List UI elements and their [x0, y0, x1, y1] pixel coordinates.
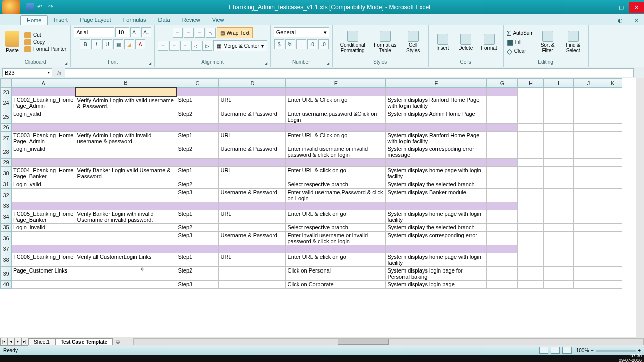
- cell[interactable]: [12, 158, 75, 166]
- clear-button[interactable]: ◇Clear: [507, 47, 534, 55]
- maximize-button[interactable]: ▢: [614, 2, 629, 13]
- decrease-indent-button[interactable]: ◁: [191, 41, 201, 51]
- cell[interactable]: [603, 253, 622, 266]
- cell[interactable]: [544, 180, 574, 188]
- italic-button[interactable]: I: [91, 39, 101, 49]
- cell[interactable]: [544, 266, 574, 280]
- cell[interactable]: System displays home page with login fac…: [386, 166, 487, 180]
- cell[interactable]: System displays corresponding error: [386, 231, 487, 245]
- new-sheet-button[interactable]: ◒: [113, 339, 123, 344]
- row-header[interactable]: 39: [1, 266, 12, 280]
- cell[interactable]: [487, 231, 518, 245]
- cell[interactable]: [544, 188, 574, 202]
- ribbon-minimize-icon[interactable]: —: [626, 17, 631, 24]
- row-header[interactable]: 35: [1, 223, 12, 231]
- shrink-font-button[interactable]: A↓: [141, 27, 151, 37]
- column-header[interactable]: C: [176, 79, 219, 88]
- cell[interactable]: [75, 266, 176, 280]
- cell[interactable]: [12, 88, 75, 96]
- merge-center-button[interactable]: ▦Merge & Center▾: [213, 40, 267, 51]
- cell[interactable]: [518, 210, 544, 223]
- cell[interactable]: [574, 245, 603, 253]
- cell[interactable]: [603, 210, 622, 223]
- cell[interactable]: [518, 88, 544, 96]
- cell[interactable]: [544, 158, 574, 166]
- column-header[interactable]: K: [603, 79, 622, 88]
- cell[interactable]: Verify Admin Login with valid username &…: [75, 96, 176, 110]
- align-middle-button[interactable]: ≡: [184, 28, 194, 38]
- cell[interactable]: Username & Password: [219, 231, 286, 245]
- cell[interactable]: Step2: [176, 223, 219, 231]
- cell[interactable]: [487, 158, 518, 166]
- cell[interactable]: [544, 131, 574, 145]
- cell[interactable]: Enter invalid username or invalid passwo…: [286, 231, 386, 245]
- cell[interactable]: [544, 231, 574, 245]
- tab-page-layout[interactable]: Page Layout: [74, 15, 117, 25]
- page-layout-view-button[interactable]: [551, 347, 560, 354]
- cell[interactable]: [574, 96, 603, 110]
- cell[interactable]: [574, 266, 603, 280]
- fx-icon[interactable]: fx: [54, 70, 65, 76]
- cell[interactable]: Login_valid: [12, 180, 75, 188]
- cell[interactable]: [176, 123, 219, 131]
- cell[interactable]: [487, 110, 518, 123]
- cell[interactable]: [12, 280, 75, 288]
- cell[interactable]: [544, 245, 574, 253]
- cell[interactable]: [219, 123, 286, 131]
- cell[interactable]: [75, 158, 176, 166]
- cell[interactable]: Step2: [176, 110, 219, 123]
- cell[interactable]: Username & Password: [219, 110, 286, 123]
- cell[interactable]: Step2: [176, 145, 219, 158]
- row-header[interactable]: 37: [1, 245, 12, 253]
- cell[interactable]: Page_Customer Links: [12, 266, 75, 280]
- cell[interactable]: [603, 96, 622, 110]
- cell[interactable]: [219, 223, 286, 231]
- tab-home[interactable]: Home: [20, 15, 48, 25]
- cell[interactable]: [603, 245, 622, 253]
- cell[interactable]: [487, 88, 518, 96]
- minimize-button[interactable]: —: [599, 2, 614, 13]
- cell[interactable]: [603, 131, 622, 145]
- comma-button[interactable]: ,: [296, 39, 306, 49]
- name-box[interactable]: B23▾: [2, 68, 52, 77]
- dialog-launcher-icon[interactable]: ◢: [64, 61, 67, 66]
- cell[interactable]: [518, 131, 544, 145]
- align-left-button[interactable]: ≡: [158, 41, 168, 51]
- underline-button[interactable]: U: [102, 39, 112, 49]
- cell[interactable]: [12, 188, 75, 202]
- cell[interactable]: Login_valid: [12, 110, 75, 123]
- office-button[interactable]: [2, 0, 20, 14]
- tab-view[interactable]: View: [206, 15, 230, 25]
- cell[interactable]: [574, 223, 603, 231]
- format-as-table-button[interactable]: Format as Table: [371, 30, 400, 54]
- page-break-view-button[interactable]: [562, 347, 572, 354]
- column-header[interactable]: H: [518, 79, 544, 88]
- cell[interactable]: [603, 158, 622, 166]
- cell[interactable]: System displays login page: [386, 280, 487, 288]
- cell[interactable]: [603, 223, 622, 231]
- sheet-nav-prev[interactable]: ◂: [7, 338, 14, 346]
- vertical-scrollbar[interactable]: [636, 78, 644, 337]
- cell[interactable]: Login_invalid: [12, 145, 75, 158]
- sheet-nav-last[interactable]: ▸|: [21, 338, 28, 346]
- currency-button[interactable]: $: [274, 39, 284, 49]
- cell[interactable]: [603, 88, 622, 96]
- cell[interactable]: TC006_Ebanking_Home: [12, 253, 75, 266]
- cell[interactable]: Click on Personal: [286, 266, 386, 280]
- cell[interactable]: [603, 123, 622, 131]
- increase-indent-button[interactable]: ▷: [202, 41, 212, 51]
- row-header[interactable]: 38: [1, 253, 12, 266]
- cell[interactable]: [544, 96, 574, 110]
- cell[interactable]: [75, 110, 176, 123]
- insert-cells-button[interactable]: Insert: [432, 33, 454, 52]
- cell[interactable]: Step1: [176, 96, 219, 110]
- row-header[interactable]: 28: [1, 145, 12, 158]
- cell[interactable]: [518, 188, 544, 202]
- cell[interactable]: [544, 110, 574, 123]
- cell[interactable]: [518, 266, 544, 280]
- cell[interactable]: [518, 158, 544, 166]
- cell[interactable]: TC003_Ebanking_Home Page_Admin: [12, 131, 75, 145]
- cell[interactable]: Step2: [176, 266, 219, 280]
- cell[interactable]: [574, 231, 603, 245]
- cell[interactable]: [176, 88, 219, 96]
